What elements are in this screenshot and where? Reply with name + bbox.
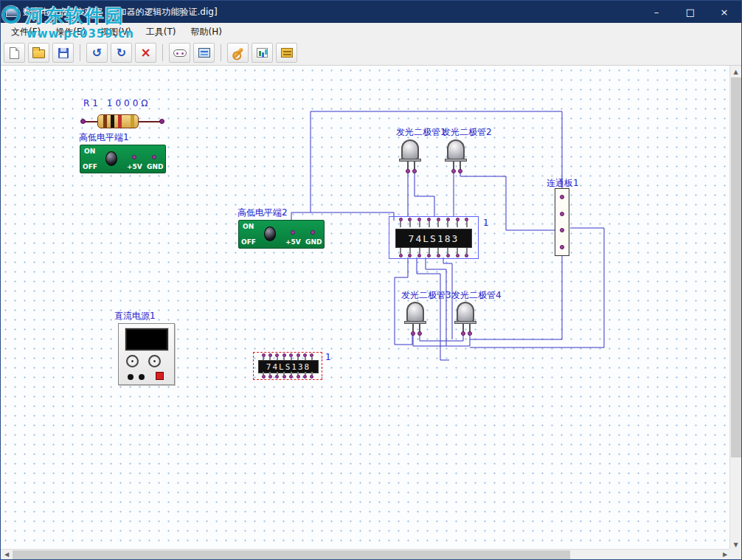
resistor-pin[interactable] [159, 119, 164, 124]
menu-file[interactable]: 文件(F) [4, 24, 48, 41]
led-pin[interactable] [406, 169, 410, 173]
ic-pin[interactable] [303, 353, 308, 360]
led-4[interactable] [454, 302, 476, 336]
menu-view[interactable]: 视图(V) [93, 24, 139, 41]
ic-pin[interactable] [436, 218, 440, 227]
instrument-button[interactable] [193, 43, 215, 63]
open-file-button[interactable] [28, 43, 49, 63]
ic-pin[interactable] [282, 353, 286, 360]
app-icon[interactable] [6, 7, 18, 17]
wire[interactable] [311, 111, 562, 188]
led-pin[interactable] [417, 331, 422, 336]
vertical-scroll-thumb[interactable] [731, 77, 741, 457]
power-terminal[interactable] [139, 374, 145, 380]
ic-pin[interactable] [445, 248, 450, 257]
board-pin[interactable] [560, 212, 564, 216]
horizontal-scroll-thumb[interactable] [13, 550, 570, 559]
ic-pin[interactable] [408, 248, 412, 257]
vertical-scrollbar[interactable]: ▲ ▼ [729, 66, 741, 550]
led-pin[interactable] [451, 169, 456, 173]
v5-pin[interactable] [132, 155, 136, 159]
menu-tools[interactable]: 工具(T) [139, 24, 184, 41]
junction-board[interactable] [555, 188, 569, 256]
level-terminal-1[interactable]: ON OFF +5V GND [80, 145, 166, 173]
wire[interactable] [470, 228, 604, 348]
maximize-button[interactable]: □ [673, 1, 707, 23]
ic-pin[interactable] [289, 353, 294, 360]
led-pin[interactable] [411, 331, 415, 336]
ic-pin[interactable] [296, 372, 300, 378]
ic-pin[interactable] [275, 372, 280, 378]
menu-operate[interactable]: 操作(E) [48, 24, 93, 41]
ic-pin[interactable] [398, 248, 403, 257]
chart-button[interactable] [252, 43, 273, 63]
board-pin[interactable] [560, 195, 564, 199]
power-knob[interactable] [126, 355, 139, 367]
undo-button[interactable]: ↺ [86, 43, 108, 63]
ic-74ls183-body[interactable]: 74LS183 [395, 229, 472, 248]
power-knob[interactable] [148, 355, 161, 367]
ic-74ls138[interactable]: 74LS138 [253, 352, 322, 380]
ic-pin[interactable] [289, 372, 294, 378]
minimize-button[interactable]: – [639, 1, 673, 23]
board-pin[interactable] [560, 228, 564, 232]
save-file-button[interactable] [52, 43, 74, 63]
ic-pin[interactable] [427, 218, 431, 227]
led-pin[interactable] [412, 169, 417, 173]
ic-pin[interactable] [398, 218, 403, 227]
ic-pin[interactable] [261, 353, 266, 360]
led-2[interactable] [445, 139, 467, 173]
toggle-switch[interactable] [264, 227, 276, 241]
probe-button[interactable] [169, 43, 190, 63]
tools-button[interactable] [227, 43, 249, 63]
delete-button[interactable]: × [135, 43, 156, 63]
level-terminal-2[interactable]: ON OFF +5V GND [238, 220, 325, 249]
horizontal-scrollbar[interactable]: ◀ ▶ [1, 549, 731, 559]
ic-pin[interactable] [465, 248, 469, 257]
ic-pin[interactable] [408, 218, 412, 227]
ic-pin[interactable] [282, 372, 286, 378]
close-button[interactable]: × [707, 1, 741, 23]
ic-pin[interactable] [310, 353, 314, 360]
led-3[interactable] [404, 302, 426, 336]
redo-button[interactable]: ↻ [111, 43, 132, 63]
schematic-canvas[interactable]: R1 1000Ω 高低电平端1 ON OFF +5V GND 高低电平端2 [1, 66, 730, 550]
ic-pin[interactable] [465, 218, 469, 227]
dc-power-supply[interactable] [118, 323, 175, 385]
ic-pin[interactable] [455, 248, 460, 257]
ic-pin[interactable] [427, 248, 431, 257]
ic-pin[interactable] [296, 353, 300, 360]
gnd-pin[interactable] [311, 230, 315, 235]
ic-pin[interactable] [455, 218, 460, 227]
ic-pin[interactable] [417, 218, 422, 227]
led-1[interactable] [399, 139, 421, 173]
v5-pin[interactable] [291, 230, 295, 235]
wire[interactable] [415, 171, 434, 216]
toggle-switch[interactable] [105, 151, 117, 166]
power-terminal-red[interactable] [156, 372, 164, 380]
ic-pin[interactable] [445, 218, 450, 227]
resistor-pin[interactable] [80, 119, 86, 124]
ic-pin[interactable] [268, 372, 272, 378]
menu-help[interactable]: 帮助(H) [184, 24, 229, 41]
component-library-button[interactable] [276, 43, 297, 63]
led-pin[interactable] [461, 331, 465, 336]
scroll-up-arrow[interactable]: ▲ [730, 66, 741, 77]
ic-pin[interactable] [436, 248, 440, 257]
board-pin[interactable] [560, 245, 564, 249]
gnd-pin[interactable] [152, 155, 156, 159]
ic-pin[interactable] [417, 248, 422, 257]
led-pin[interactable] [458, 169, 462, 173]
power-terminal[interactable] [128, 374, 134, 380]
ic-pin[interactable] [275, 353, 280, 360]
scroll-left-arrow[interactable]: ◀ [1, 550, 13, 559]
new-file-button[interactable] [4, 43, 25, 63]
ic-pin[interactable] [310, 372, 314, 378]
led-pin[interactable] [468, 331, 472, 336]
wire[interactable] [426, 257, 446, 346]
resistor-body[interactable] [97, 114, 139, 128]
ic-pin[interactable] [268, 353, 272, 360]
wire[interactable] [440, 346, 449, 360]
ic-74ls183[interactable]: 74LS183 [389, 216, 479, 259]
ic-pin[interactable] [303, 372, 308, 378]
